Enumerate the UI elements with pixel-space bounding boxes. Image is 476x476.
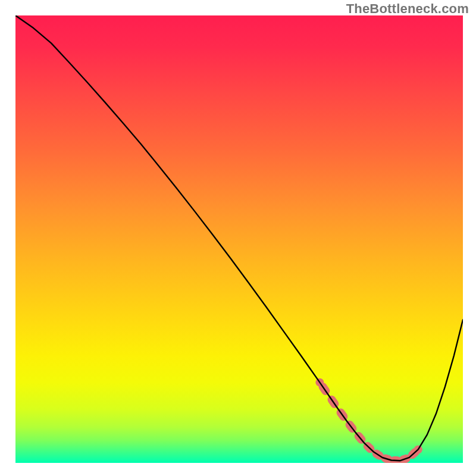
- chart-container: [15, 15, 463, 463]
- bottleneck-chart: [15, 15, 463, 463]
- attribution-text: TheBottleneck.com: [346, 1, 469, 17]
- gradient-background: [15, 15, 463, 463]
